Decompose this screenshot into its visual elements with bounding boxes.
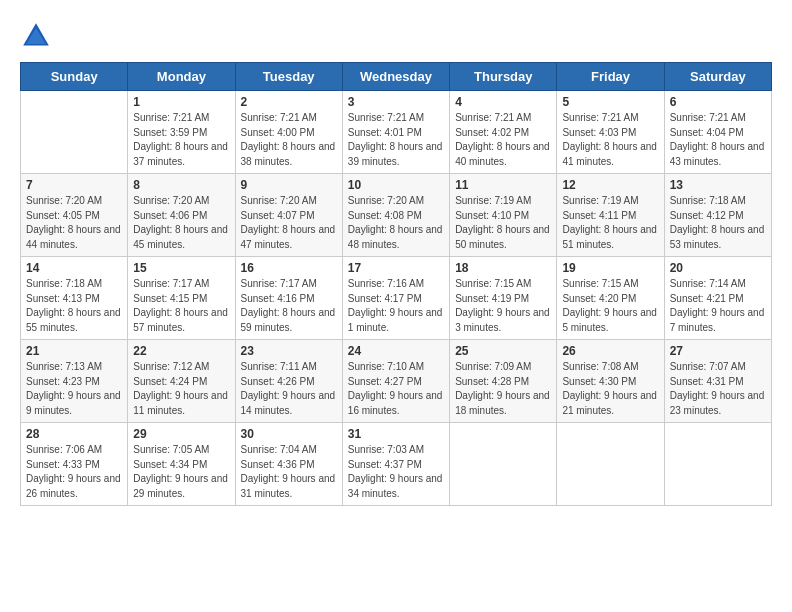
- day-number: 31: [348, 427, 444, 441]
- calendar-cell: 24Sunrise: 7:10 AMSunset: 4:27 PMDayligh…: [342, 340, 449, 423]
- sunset-line: Sunset: 4:16 PM: [241, 292, 337, 307]
- day-number: 11: [455, 178, 551, 192]
- sunset-line: Sunset: 4:04 PM: [670, 126, 766, 141]
- daylight-line: Daylight: 9 hours and 31 minutes.: [241, 472, 337, 501]
- day-number: 27: [670, 344, 766, 358]
- daylight-line: Daylight: 8 hours and 44 minutes.: [26, 223, 122, 252]
- day-number: 3: [348, 95, 444, 109]
- weekday-header-friday: Friday: [557, 63, 664, 91]
- sunrise-line: Sunrise: 7:17 AM: [133, 277, 229, 292]
- week-row-5: 28Sunrise: 7:06 AMSunset: 4:33 PMDayligh…: [21, 423, 772, 506]
- weekday-header-saturday: Saturday: [664, 63, 771, 91]
- day-number: 7: [26, 178, 122, 192]
- weekday-header-monday: Monday: [128, 63, 235, 91]
- sunset-line: Sunset: 4:17 PM: [348, 292, 444, 307]
- calendar-cell: 1Sunrise: 7:21 AMSunset: 3:59 PMDaylight…: [128, 91, 235, 174]
- day-info: Sunrise: 7:11 AMSunset: 4:26 PMDaylight:…: [241, 360, 337, 418]
- daylight-line: Daylight: 8 hours and 38 minutes.: [241, 140, 337, 169]
- sunrise-line: Sunrise: 7:15 AM: [455, 277, 551, 292]
- week-row-2: 7Sunrise: 7:20 AMSunset: 4:05 PMDaylight…: [21, 174, 772, 257]
- day-info: Sunrise: 7:05 AMSunset: 4:34 PMDaylight:…: [133, 443, 229, 501]
- day-info: Sunrise: 7:15 AMSunset: 4:19 PMDaylight:…: [455, 277, 551, 335]
- day-number: 10: [348, 178, 444, 192]
- day-info: Sunrise: 7:12 AMSunset: 4:24 PMDaylight:…: [133, 360, 229, 418]
- day-info: Sunrise: 7:08 AMSunset: 4:30 PMDaylight:…: [562, 360, 658, 418]
- sunrise-line: Sunrise: 7:21 AM: [455, 111, 551, 126]
- day-info: Sunrise: 7:21 AMSunset: 4:02 PMDaylight:…: [455, 111, 551, 169]
- day-number: 15: [133, 261, 229, 275]
- day-info: Sunrise: 7:21 AMSunset: 3:59 PMDaylight:…: [133, 111, 229, 169]
- daylight-line: Daylight: 9 hours and 9 minutes.: [26, 389, 122, 418]
- day-number: 30: [241, 427, 337, 441]
- calendar-cell: 20Sunrise: 7:14 AMSunset: 4:21 PMDayligh…: [664, 257, 771, 340]
- sunset-line: Sunset: 4:01 PM: [348, 126, 444, 141]
- sunset-line: Sunset: 4:13 PM: [26, 292, 122, 307]
- calendar-cell: 19Sunrise: 7:15 AMSunset: 4:20 PMDayligh…: [557, 257, 664, 340]
- sunrise-line: Sunrise: 7:14 AM: [670, 277, 766, 292]
- daylight-line: Daylight: 8 hours and 40 minutes.: [455, 140, 551, 169]
- sunset-line: Sunset: 4:28 PM: [455, 375, 551, 390]
- day-info: Sunrise: 7:21 AMSunset: 4:00 PMDaylight:…: [241, 111, 337, 169]
- logo-icon: [20, 20, 52, 52]
- daylight-line: Daylight: 8 hours and 53 minutes.: [670, 223, 766, 252]
- calendar-cell: [557, 423, 664, 506]
- calendar-cell: 30Sunrise: 7:04 AMSunset: 4:36 PMDayligh…: [235, 423, 342, 506]
- sunset-line: Sunset: 4:36 PM: [241, 458, 337, 473]
- sunrise-line: Sunrise: 7:08 AM: [562, 360, 658, 375]
- day-number: 25: [455, 344, 551, 358]
- calendar-cell: [664, 423, 771, 506]
- sunrise-line: Sunrise: 7:21 AM: [670, 111, 766, 126]
- sunrise-line: Sunrise: 7:21 AM: [241, 111, 337, 126]
- sunrise-line: Sunrise: 7:09 AM: [455, 360, 551, 375]
- weekday-header-wednesday: Wednesday: [342, 63, 449, 91]
- day-number: 29: [133, 427, 229, 441]
- sunset-line: Sunset: 4:26 PM: [241, 375, 337, 390]
- day-number: 26: [562, 344, 658, 358]
- sunset-line: Sunset: 4:34 PM: [133, 458, 229, 473]
- sunset-line: Sunset: 4:00 PM: [241, 126, 337, 141]
- calendar-cell: 27Sunrise: 7:07 AMSunset: 4:31 PMDayligh…: [664, 340, 771, 423]
- sunrise-line: Sunrise: 7:10 AM: [348, 360, 444, 375]
- sunrise-line: Sunrise: 7:18 AM: [670, 194, 766, 209]
- sunset-line: Sunset: 4:07 PM: [241, 209, 337, 224]
- sunrise-line: Sunrise: 7:20 AM: [26, 194, 122, 209]
- sunrise-line: Sunrise: 7:13 AM: [26, 360, 122, 375]
- sunrise-line: Sunrise: 7:20 AM: [133, 194, 229, 209]
- day-number: 24: [348, 344, 444, 358]
- day-number: 14: [26, 261, 122, 275]
- daylight-line: Daylight: 8 hours and 55 minutes.: [26, 306, 122, 335]
- calendar-cell: 3Sunrise: 7:21 AMSunset: 4:01 PMDaylight…: [342, 91, 449, 174]
- daylight-line: Daylight: 9 hours and 5 minutes.: [562, 306, 658, 335]
- page-header: [20, 20, 772, 52]
- day-number: 9: [241, 178, 337, 192]
- sunrise-line: Sunrise: 7:06 AM: [26, 443, 122, 458]
- sunrise-line: Sunrise: 7:12 AM: [133, 360, 229, 375]
- calendar-cell: 25Sunrise: 7:09 AMSunset: 4:28 PMDayligh…: [450, 340, 557, 423]
- day-info: Sunrise: 7:06 AMSunset: 4:33 PMDaylight:…: [26, 443, 122, 501]
- week-row-3: 14Sunrise: 7:18 AMSunset: 4:13 PMDayligh…: [21, 257, 772, 340]
- sunrise-line: Sunrise: 7:07 AM: [670, 360, 766, 375]
- sunrise-line: Sunrise: 7:20 AM: [348, 194, 444, 209]
- day-info: Sunrise: 7:20 AMSunset: 4:08 PMDaylight:…: [348, 194, 444, 252]
- day-number: 1: [133, 95, 229, 109]
- weekday-header-sunday: Sunday: [21, 63, 128, 91]
- daylight-line: Daylight: 9 hours and 3 minutes.: [455, 306, 551, 335]
- day-info: Sunrise: 7:16 AMSunset: 4:17 PMDaylight:…: [348, 277, 444, 335]
- sunset-line: Sunset: 4:08 PM: [348, 209, 444, 224]
- sunrise-line: Sunrise: 7:03 AM: [348, 443, 444, 458]
- sunset-line: Sunset: 4:23 PM: [26, 375, 122, 390]
- sunset-line: Sunset: 4:21 PM: [670, 292, 766, 307]
- daylight-line: Daylight: 9 hours and 21 minutes.: [562, 389, 658, 418]
- daylight-line: Daylight: 8 hours and 39 minutes.: [348, 140, 444, 169]
- day-number: 17: [348, 261, 444, 275]
- sunset-line: Sunset: 4:12 PM: [670, 209, 766, 224]
- daylight-line: Daylight: 9 hours and 11 minutes.: [133, 389, 229, 418]
- day-info: Sunrise: 7:17 AMSunset: 4:15 PMDaylight:…: [133, 277, 229, 335]
- sunrise-line: Sunrise: 7:04 AM: [241, 443, 337, 458]
- calendar-cell: 14Sunrise: 7:18 AMSunset: 4:13 PMDayligh…: [21, 257, 128, 340]
- day-number: 23: [241, 344, 337, 358]
- day-info: Sunrise: 7:10 AMSunset: 4:27 PMDaylight:…: [348, 360, 444, 418]
- day-number: 22: [133, 344, 229, 358]
- calendar-cell: 8Sunrise: 7:20 AMSunset: 4:06 PMDaylight…: [128, 174, 235, 257]
- calendar-cell: [21, 91, 128, 174]
